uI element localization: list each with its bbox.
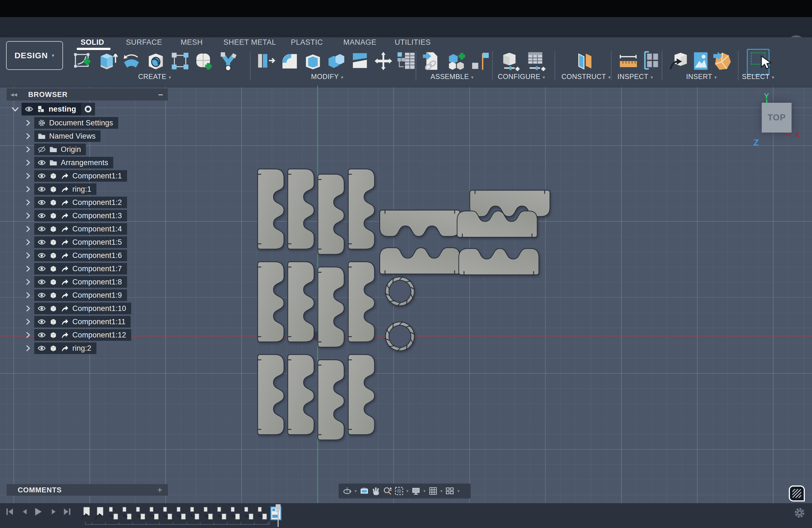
timeline-feature-comp[interactable] bbox=[243, 507, 255, 521]
eye-icon[interactable] bbox=[38, 172, 46, 180]
group-insert[interactable]: INSERT▾ bbox=[686, 73, 717, 80]
timeline-feature-comp[interactable] bbox=[189, 507, 200, 521]
chevron-right-icon[interactable] bbox=[24, 304, 32, 312]
viewports-icon[interactable] bbox=[445, 486, 454, 496]
browser-row[interactable]: Component1:5 bbox=[6, 236, 131, 250]
browser-item-label[interactable]: ring:2 bbox=[72, 344, 91, 353]
eye-icon[interactable] bbox=[38, 159, 46, 167]
measure-icon[interactable] bbox=[618, 50, 639, 72]
new-component-icon[interactable] bbox=[446, 50, 467, 72]
workspace-switcher[interactable]: DESIGN ▾ bbox=[6, 41, 63, 70]
grid-settings-caret[interactable]: ▾ bbox=[440, 488, 443, 494]
browser-row[interactable]: ring:2 bbox=[6, 342, 131, 356]
chevron-right-icon[interactable] bbox=[24, 145, 32, 153]
timeline-next-icon[interactable] bbox=[49, 507, 59, 516]
browser-item-label[interactable]: Component1:3 bbox=[72, 211, 122, 220]
group-modify[interactable]: MODIFY▾ bbox=[311, 73, 343, 80]
chevron-right-icon[interactable] bbox=[24, 198, 32, 207]
grid-settings-icon[interactable] bbox=[429, 486, 438, 496]
group-select[interactable]: SELECT▾ bbox=[742, 73, 774, 80]
create-sketch-icon[interactable] bbox=[72, 50, 93, 72]
chevron-right-icon[interactable] bbox=[24, 211, 32, 220]
playhead-handle[interactable] bbox=[276, 504, 280, 511]
browser-item-label[interactable]: Named Views bbox=[49, 132, 96, 141]
root-component-name[interactable]: nesting bbox=[48, 105, 76, 114]
timeline-previous-icon[interactable] bbox=[20, 507, 29, 516]
timeline-go-to-start-icon[interactable] bbox=[5, 507, 14, 516]
browser-item-label[interactable]: Component1:12 bbox=[72, 331, 126, 339]
create-form-icon[interactable] bbox=[193, 50, 214, 72]
browser-item-label[interactable]: Component1:8 bbox=[72, 278, 122, 287]
timeline-play-icon[interactable] bbox=[33, 507, 43, 516]
chevron-right-icon[interactable] bbox=[24, 172, 32, 180]
browser-row[interactable]: Component1:2 bbox=[6, 196, 131, 210]
eye-icon[interactable] bbox=[38, 225, 46, 233]
eye-icon[interactable] bbox=[38, 198, 46, 207]
pan-icon[interactable] bbox=[371, 486, 381, 496]
extrude-icon[interactable] bbox=[97, 50, 118, 72]
browser-header[interactable]: BROWSER ◂◂ – bbox=[6, 88, 168, 101]
section-analysis-icon[interactable] bbox=[640, 50, 661, 72]
move-copy-icon[interactable] bbox=[373, 50, 394, 72]
browser-row[interactable]: Component1:1 bbox=[6, 170, 131, 184]
browser-item-label[interactable]: Component1:7 bbox=[72, 265, 122, 273]
browser-item-label[interactable]: Component1:10 bbox=[72, 304, 126, 313]
insert-mesh-icon[interactable] bbox=[712, 50, 733, 72]
browser-row[interactable]: Origin bbox=[6, 144, 131, 157]
activate-component-radio[interactable] bbox=[84, 105, 92, 113]
configuration-table-icon[interactable] bbox=[525, 50, 546, 72]
eye-icon[interactable] bbox=[38, 185, 46, 193]
revolve-icon[interactable] bbox=[121, 50, 142, 72]
nested-parts[interactable] bbox=[258, 169, 550, 440]
eye-icon[interactable] bbox=[38, 318, 46, 326]
browser-row[interactable]: Component1:4 bbox=[6, 223, 131, 236]
browser-row[interactable]: Named Views bbox=[6, 130, 131, 144]
timeline-feature-derive[interactable] bbox=[81, 507, 92, 521]
eye-off-icon[interactable] bbox=[38, 145, 46, 153]
eye-icon[interactable] bbox=[38, 265, 46, 273]
browser-row[interactable]: Component1:6 bbox=[6, 250, 131, 263]
browser-row[interactable]: Arrangements bbox=[6, 157, 131, 170]
browser-item-label[interactable]: Component1:4 bbox=[72, 225, 122, 233]
timeline-feature-derive[interactable] bbox=[95, 507, 105, 521]
eye-icon[interactable] bbox=[38, 291, 46, 299]
orbit-caret[interactable]: ▾ bbox=[354, 488, 357, 494]
browser-item-label[interactable]: Component1:5 bbox=[72, 238, 122, 247]
browser-item-label[interactable]: Component1:11 bbox=[72, 318, 126, 326]
change-parameters-icon[interactable] bbox=[396, 50, 417, 72]
timeline-playhead[interactable] bbox=[276, 504, 281, 527]
group-assemble[interactable]: ASSEMBLE▾ bbox=[431, 73, 474, 80]
timeline-feature-comp[interactable] bbox=[135, 507, 146, 521]
chevron-right-icon[interactable] bbox=[24, 331, 32, 339]
chevron-right-icon[interactable] bbox=[24, 159, 32, 167]
chevron-right-icon[interactable] bbox=[24, 185, 32, 193]
browser-item-label[interactable]: Arrangements bbox=[61, 159, 108, 167]
timeline-feature-comp[interactable] bbox=[230, 507, 241, 521]
chevron-right-icon[interactable] bbox=[24, 265, 32, 273]
pattern-icon[interactable] bbox=[170, 50, 191, 72]
chevron-right-icon[interactable] bbox=[24, 225, 32, 233]
collapse-panel-icon[interactable]: ◂◂ bbox=[11, 91, 17, 98]
chevron-right-icon[interactable] bbox=[24, 132, 32, 140]
browser-row[interactable]: Component1:9 bbox=[6, 289, 131, 303]
browser-row[interactable]: ring:1 bbox=[6, 184, 131, 196]
zoom-icon[interactable] bbox=[383, 486, 392, 496]
chevron-down-icon[interactable] bbox=[11, 104, 20, 114]
split-body-icon[interactable] bbox=[349, 50, 371, 72]
tab-plastic[interactable]: PLASTIC bbox=[291, 37, 323, 47]
browser-row[interactable]: Component1:7 bbox=[6, 263, 131, 276]
browser-item-label[interactable]: Component1:6 bbox=[72, 251, 122, 260]
chevron-right-icon[interactable] bbox=[24, 251, 32, 260]
eye-icon[interactable] bbox=[25, 105, 33, 113]
browser-item-label[interactable]: Origin bbox=[61, 145, 81, 154]
construction-plane-icon[interactable] bbox=[574, 50, 595, 72]
browser-row[interactable]: Component1:11 bbox=[6, 316, 131, 329]
browser-row[interactable]: Component1:8 bbox=[6, 276, 131, 289]
browser-row[interactable]: Document Settings bbox=[6, 117, 131, 130]
chevron-right-icon[interactable] bbox=[24, 318, 32, 326]
feedback-chat-badge[interactable] bbox=[789, 485, 805, 501]
timeline-go-to-end-icon[interactable] bbox=[62, 507, 72, 516]
timeline-feature-comp[interactable] bbox=[203, 507, 214, 521]
eye-icon[interactable] bbox=[38, 331, 46, 339]
browser-row[interactable]: Component1:10 bbox=[6, 303, 131, 316]
